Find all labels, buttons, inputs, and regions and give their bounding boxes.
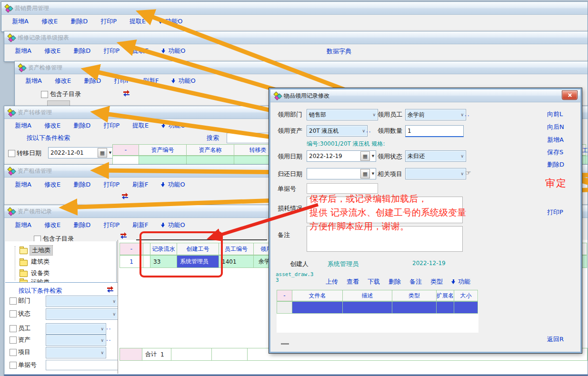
docno-input[interactable] xyxy=(307,183,378,194)
audit-button[interactable]: 审定 xyxy=(545,177,567,190)
project-combo[interactable]: ∨ xyxy=(405,168,466,179)
titlebar[interactable]: 资产检修管理 xyxy=(15,61,588,74)
delete-button[interactable]: 删除D xyxy=(547,160,564,169)
add-button[interactable]: 新增A xyxy=(547,136,564,144)
filter-project-checkbox[interactable] xyxy=(10,349,17,356)
dept-combo[interactable]: 销售部∨ xyxy=(307,109,378,120)
menu-print[interactable]: 打印P xyxy=(114,77,130,85)
menu-edit[interactable]: 修改E xyxy=(44,221,60,229)
data-dictionary-link[interactable]: 数据字典 xyxy=(327,47,351,56)
attach-header-filename[interactable]: 文件名 xyxy=(292,290,343,301)
menu-print[interactable]: 打印P xyxy=(103,121,120,130)
dropdown-arrow-icon[interactable]: ▼ xyxy=(370,172,376,176)
titlebar[interactable]: 维修记录清单级报表 xyxy=(4,31,588,44)
filter-status-combo[interactable]: ∨ xyxy=(46,308,118,320)
menu-add[interactable]: 新增A xyxy=(15,121,31,130)
filter-dept-combo[interactable]: ∨ xyxy=(46,296,118,307)
menu-functions[interactable]: 功能O xyxy=(161,47,185,55)
attach-header-description[interactable]: 描述 xyxy=(342,290,392,301)
filter-docno-checkbox[interactable] xyxy=(10,362,17,369)
filter-employee-combo[interactable]: ∨ xyxy=(46,323,106,335)
column-header-creator-id[interactable]: 创建工号 xyxy=(177,243,219,255)
menu-refresh[interactable]: 刷新F xyxy=(132,180,148,189)
save-button[interactable]: 保存S xyxy=(547,148,563,157)
menu-add[interactable]: 新增A xyxy=(25,77,42,85)
next-button[interactable]: 向后N xyxy=(547,123,564,131)
menu-delete[interactable]: 删除D xyxy=(73,121,90,130)
menu-add[interactable]: 新增A xyxy=(12,17,29,26)
status-combo[interactable]: 未归还∨ xyxy=(405,150,466,162)
menu-delete[interactable]: 删除D xyxy=(73,221,90,229)
attach-selected-cell[interactable] xyxy=(292,301,343,314)
usage-date-input[interactable]: 2022-12-19 ▦ ▼ xyxy=(307,150,376,162)
attach-header-size[interactable]: 大小 xyxy=(454,290,478,301)
indicator-cell[interactable] xyxy=(143,255,150,268)
grid-corner-header[interactable]: - xyxy=(120,243,143,255)
menu-delete[interactable]: 删除D xyxy=(70,17,88,26)
swap-arrows-icon[interactable] xyxy=(120,232,128,239)
menu-functions[interactable]: 功能O xyxy=(161,180,185,189)
record-serial-cell[interactable]: 33 xyxy=(150,255,177,268)
menu-delete[interactable]: 删除D xyxy=(73,47,90,55)
menu-print[interactable]: 打印P xyxy=(100,17,117,26)
attach-selected-cell[interactable] xyxy=(392,301,437,314)
menu-delete[interactable]: 删除D xyxy=(73,180,90,189)
titlebar[interactable]: 营销费用管理 xyxy=(1,2,588,15)
menu-edit[interactable]: 修改E xyxy=(55,77,71,85)
calendar-icon[interactable]: ▦ xyxy=(360,151,370,161)
column-header-indicator[interactable] xyxy=(143,243,150,255)
menu-extract[interactable]: 提取E xyxy=(132,47,149,55)
menu-edit[interactable]: 修改E xyxy=(44,47,60,55)
filter-dept-checkbox[interactable] xyxy=(10,297,17,305)
menu-add[interactable]: 新增A xyxy=(15,47,31,55)
filter-project-combo[interactable]: ∨ xyxy=(46,347,106,358)
menu-functions[interactable]: 功能O xyxy=(161,221,185,229)
calendar-icon[interactable]: ▦ xyxy=(360,169,370,178)
tree-item-building[interactable]: 建筑类 xyxy=(31,257,50,266)
menu-edit[interactable]: 修改E xyxy=(44,180,60,189)
row-number-cell[interactable]: 1 xyxy=(120,255,143,268)
hscroll-grip[interactable] xyxy=(281,343,289,345)
menu-edit[interactable]: 修改E xyxy=(41,17,58,26)
menu-edit[interactable]: 修改E xyxy=(44,121,60,130)
menu-extract[interactable]: 提取E xyxy=(132,121,149,130)
employee-id-cell[interactable]: 1401 xyxy=(219,255,254,268)
attach-download[interactable]: 下载 xyxy=(368,277,380,286)
menu-refresh[interactable]: 刷新F xyxy=(132,221,148,229)
cell[interactable] xyxy=(139,156,187,165)
include-subdir-checkbox[interactable] xyxy=(41,91,48,98)
attach-corner-header[interactable]: - xyxy=(277,290,292,301)
back-button[interactable]: 返回R xyxy=(547,335,564,344)
menu-extract[interactable]: 提取E xyxy=(130,17,146,26)
column-header-record-serial[interactable]: 记录流水 xyxy=(150,243,177,255)
row-header-cell[interactable] xyxy=(112,156,139,165)
menu-functions[interactable]: 功能O xyxy=(161,121,185,130)
print-button[interactable]: 打印P xyxy=(547,208,563,217)
grid-corner-header[interactable]: - xyxy=(112,144,139,156)
attach-note[interactable]: 备注 xyxy=(409,277,422,286)
swap-arrows-icon[interactable] xyxy=(106,286,114,293)
return-date-input[interactable]: ▦ ▼ xyxy=(307,168,376,179)
calendar-icon[interactable]: ▦ xyxy=(98,148,107,158)
close-icon[interactable] xyxy=(562,90,578,100)
emp-combo[interactable]: 余学前∨ xyxy=(405,109,466,120)
asset-more-button[interactable]: .. xyxy=(106,336,112,342)
attach-row-header[interactable] xyxy=(277,301,292,314)
menu-functions[interactable]: 功能O xyxy=(171,77,195,85)
swap-arrows-icon[interactable] xyxy=(122,89,130,97)
menu-delete[interactable]: 删除D xyxy=(84,77,101,85)
hand-pointer-icon[interactable]: ☞ xyxy=(465,169,471,177)
transfer-date-input[interactable]: 2022-12-01 ▦ ▼ xyxy=(48,147,113,158)
menu-print[interactable]: 打印P xyxy=(103,180,120,189)
attach-header-type[interactable]: 类型 xyxy=(392,290,437,301)
menu-functions[interactable]: 功能O xyxy=(159,17,182,26)
attach-functions[interactable]: 功能 xyxy=(451,277,470,286)
column-header-asset-name[interactable]: 资产名称 xyxy=(186,144,234,156)
filter-status-checkbox[interactable] xyxy=(10,310,17,317)
attach-delete[interactable]: 删除 xyxy=(389,277,401,286)
tree-item-equipment[interactable]: 设备类 xyxy=(31,269,50,277)
attach-view[interactable]: 查看 xyxy=(347,277,359,286)
menu-refresh[interactable]: 刷新F xyxy=(143,77,159,85)
column-header-asset-code[interactable]: 资产编号 xyxy=(139,144,187,156)
asset-combo[interactable]: 20T 液压机∨ xyxy=(307,125,368,137)
